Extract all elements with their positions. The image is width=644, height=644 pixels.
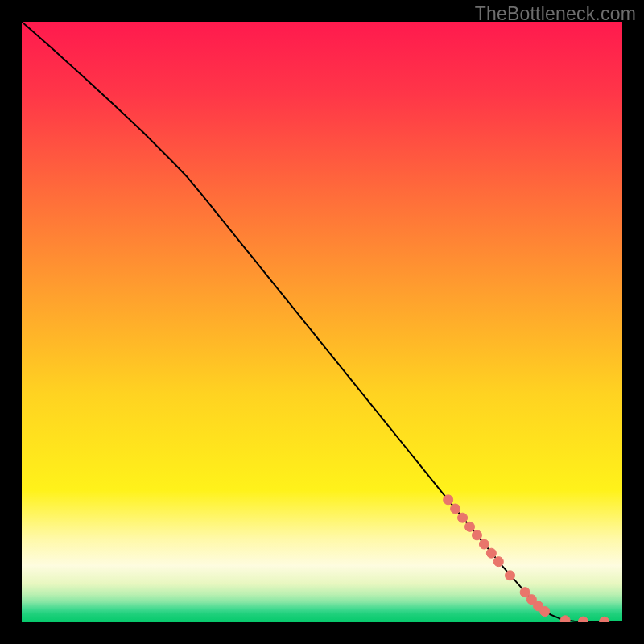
highlight-dot [506,571,515,580]
highlight-dot [486,548,496,558]
highlight-dot [451,504,460,514]
curve-line [22,22,622,621]
highlight-dot [444,495,453,505]
chart-stage: TheBottleneck.com [0,0,644,644]
highlight-dot [579,617,588,622]
highlight-dot [465,522,475,531]
highlight-dot [458,513,468,522]
plot-area [22,22,622,622]
highlight-dot [560,616,570,622]
highlight-dot [540,607,550,617]
highlight-dot [472,530,481,540]
highlight-dot [493,557,503,567]
chart-svg [22,22,622,622]
highlight-dot [600,617,609,622]
watermark-text: TheBottleneck.com [475,3,636,25]
highlight-dots [444,495,609,622]
highlight-dot [479,539,489,549]
